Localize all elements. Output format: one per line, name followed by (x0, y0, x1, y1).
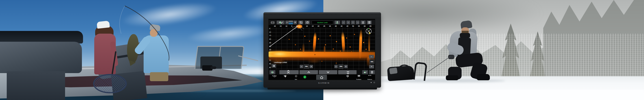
toolbars-icon (358, 75, 360, 77)
page-first-button[interactable] (279, 70, 299, 74)
options-label: Options (368, 79, 372, 80)
chevron-down-icon (327, 70, 329, 73)
trolling-motor-icon (364, 71, 367, 74)
chartplotter-device: − + Anchor Lock ← ↓ ↑ → (264, 12, 381, 88)
sonar-screen: − + Anchor Lock ← ↓ ↑ → (268, 19, 375, 80)
engage-button[interactable]: Engage (270, 75, 279, 80)
depth-range-minus-button[interactable]: − (300, 65, 303, 68)
info-label: Info (295, 79, 297, 80)
info-button[interactable]: i Info (291, 75, 301, 80)
double-chevron-up-icon (288, 70, 290, 74)
brand-logo: GARMIN (264, 80, 381, 84)
hamburger-menu-icon (371, 71, 373, 73)
sonar-source-label: LiveScope LVS32 (274, 62, 287, 63)
device-top-bezel (264, 12, 381, 15)
options-button[interactable]: Options (365, 75, 375, 80)
sos-button[interactable]: SOS (343, 75, 352, 80)
info-icon: i (295, 75, 297, 77)
page-last-button[interactable] (338, 70, 356, 74)
gain-auto[interactable]: Auto 73% (338, 64, 344, 68)
depth-range-value: 70ft (306, 66, 308, 67)
engage-icon (273, 75, 276, 78)
toolbars-label: Toolbars (356, 79, 362, 80)
pause-button[interactable] (272, 64, 276, 68)
trolling-motor-button[interactable] (362, 70, 368, 74)
forward-range-auto[interactable]: Auto 61ft (369, 60, 374, 64)
forward-range-value: 61ft (371, 61, 373, 62)
forward-range-plus-button[interactable]: + (369, 65, 374, 68)
link-icon (271, 71, 274, 73)
toolbars-button[interactable]: Toolbars (354, 75, 364, 80)
light-sensor (374, 82, 375, 83)
gain-auto-minus-button[interactable]: − (334, 65, 338, 68)
nav-menu-button[interactable] (369, 70, 375, 74)
marketing-banner: − + Anchor Lock ← ↓ ↑ → (0, 0, 644, 100)
map-pin-icon (284, 75, 286, 78)
sos-icon (346, 75, 349, 78)
pause-icon (274, 65, 275, 67)
mark-button[interactable]: Mark (280, 75, 290, 80)
depth-range-plus-button[interactable]: + (310, 65, 313, 68)
chevron-up-icon (308, 71, 310, 74)
double-chevron-down-icon (346, 70, 348, 74)
orientation-compass (365, 28, 372, 35)
power-led (371, 82, 372, 83)
options-dots-icon (368, 75, 371, 76)
depth-range-auto[interactable]: Auto 70ft (304, 64, 309, 68)
gain-value: 73% (340, 66, 342, 67)
gain-auto-plus-button[interactable]: + (344, 65, 348, 68)
home-button[interactable] (316, 75, 327, 80)
page-up-button[interactable] (300, 70, 318, 74)
home-icon (320, 76, 323, 79)
link-button[interactable] (270, 70, 275, 74)
page-down-button[interactable] (319, 70, 337, 74)
pause-icon (273, 65, 274, 67)
forward-range-minus-button[interactable]: − (369, 55, 374, 58)
